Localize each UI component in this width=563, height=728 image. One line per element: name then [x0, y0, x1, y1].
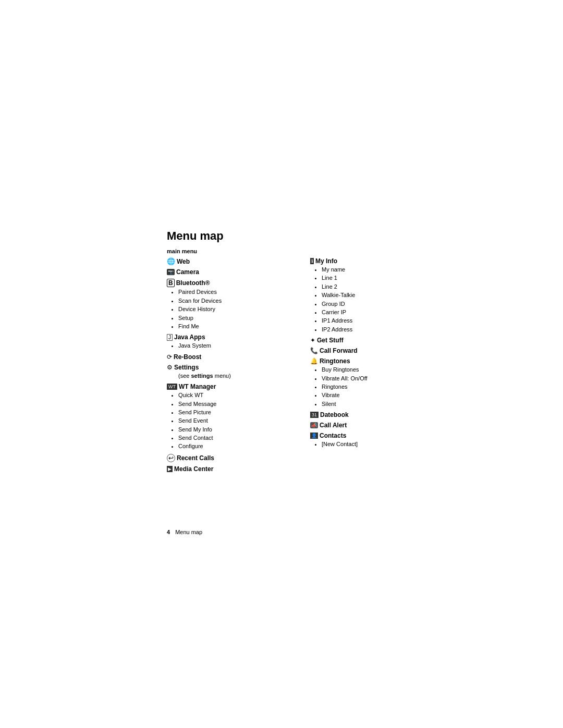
menu-item-settings: ⚙ Settings (see settings menu): [167, 364, 295, 380]
list-item: Line 1: [322, 274, 438, 282]
list-item: Send Picture: [178, 409, 295, 416]
menu-item-media-header: ▶ Media Center: [167, 465, 295, 473]
menu-item-callfwd-header: 📞 Call Forward: [310, 347, 438, 354]
list-item: Java System: [178, 342, 295, 350]
list-item: Configure: [178, 442, 295, 450]
bluetooth-sublist: Paired Devices Scan for Devices Device H…: [178, 288, 295, 330]
recent-calls-icon: ↩: [167, 454, 175, 462]
menu-item-reboost-header: ⟳ Re-Boost: [167, 353, 295, 361]
menu-item-web-header: 🌐 Web: [167, 257, 295, 265]
camera-label: Camera: [176, 268, 199, 276]
bluetooth-icon: B: [167, 279, 175, 287]
recent-calls-label: Recent Calls: [177, 454, 214, 462]
menu-item-myinfo-header: ℹ My Info: [310, 257, 438, 265]
menu-item-reboost: ⟳ Re-Boost: [167, 353, 295, 361]
list-item: Carrier IP: [322, 309, 438, 316]
media-center-label: Media Center: [174, 465, 213, 473]
list-item: Send My Info: [178, 426, 295, 434]
list-item: Group ID: [322, 300, 438, 308]
content-area: Menu map main menu 🌐 Web 📷 Camera: [167, 229, 438, 476]
menu-item-call-alert: 📣 Call Alert: [310, 422, 438, 429]
menu-item-contacts-header: 👤 Contacts: [310, 432, 438, 439]
java-icon: J: [167, 334, 173, 341]
two-column-layout: 🌐 Web 📷 Camera B Bluetooth®: [167, 257, 438, 476]
camera-icon: 📷: [167, 269, 175, 275]
ringtones-label: Ringtones: [320, 357, 350, 365]
my-info-icon: ℹ: [310, 258, 314, 264]
menu-item-settings-header: ⚙ Settings: [167, 364, 295, 371]
media-center-icon: ▶: [167, 466, 173, 472]
list-item: Device History: [178, 305, 295, 313]
call-forward-icon: 📞: [310, 347, 318, 354]
menu-item-ringtones-header: 🔔 Ringtones: [310, 357, 438, 365]
list-item: IP1 Address: [322, 317, 438, 325]
footer-label: Menu map: [175, 529, 202, 535]
list-item: Paired Devices: [178, 288, 295, 296]
section-label: main menu: [167, 248, 438, 254]
list-item: Setup: [178, 314, 295, 322]
menu-item-recent-header: ↩ Recent Calls: [167, 454, 295, 462]
web-label: Web: [177, 258, 190, 265]
menu-item-bluetooth-header: B Bluetooth®: [167, 279, 295, 287]
list-item: Silent: [322, 400, 438, 408]
reboost-label: Re-Boost: [174, 353, 201, 361]
list-item: Line 2: [322, 283, 438, 291]
list-item: Quick WT: [178, 391, 295, 399]
contacts-sublist: [New Contact]: [322, 440, 438, 448]
datebook-label: Datebook: [320, 411, 349, 418]
contacts-icon: 👤: [310, 433, 318, 439]
menu-item-java-header: J Java Apps: [167, 334, 295, 341]
get-stuff-label: Get Stuff: [317, 337, 344, 344]
menu-item-camera: 📷 Camera: [167, 268, 295, 276]
web-icon: 🌐: [167, 257, 175, 265]
ringtones-icon: 🔔: [310, 357, 318, 365]
list-item: Ringtones: [322, 383, 438, 391]
menu-item-web: 🌐 Web: [167, 257, 295, 265]
page-footer: 4 Menu map: [167, 529, 202, 535]
ringtones-sublist: Buy Ringtones Vibrate All: On/Off Ringto…: [322, 366, 438, 408]
menu-item-camera-header: 📷 Camera: [167, 268, 295, 276]
page-title: Menu map: [167, 229, 438, 243]
menu-item-java-apps: J Java Apps Java System: [167, 334, 295, 350]
menu-item-datebook-header: 31 Datebook: [310, 411, 438, 418]
datebook-icon: 31: [310, 412, 319, 418]
list-item: Vibrate: [322, 391, 438, 399]
settings-icon: ⚙: [167, 364, 173, 371]
menu-item-datebook: 31 Datebook: [310, 411, 438, 418]
call-alert-icon: 📣: [310, 422, 318, 428]
settings-label: Settings: [174, 364, 199, 371]
menu-item-bluetooth: B Bluetooth® Paired Devices Scan for Dev…: [167, 279, 295, 330]
list-item: Send Contact: [178, 434, 295, 442]
menu-item-getstuff-header: ✦ Get Stuff: [310, 337, 438, 344]
menu-item-media-center: ▶ Media Center: [167, 465, 295, 473]
java-sublist: Java System: [178, 342, 295, 350]
menu-item-ringtones: 🔔 Ringtones Buy Ringtones Vibrate All: O…: [310, 357, 438, 408]
menu-item-callalert-header: 📣 Call Alert: [310, 422, 438, 429]
menu-item-wt-manager: WT WT Manager Quick WT Send Message Send…: [167, 383, 295, 451]
bluetooth-label: Bluetooth®: [176, 279, 210, 287]
wt-sublist: Quick WT Send Message Send Picture Send …: [178, 391, 295, 451]
list-item: Walkie-Talkie: [322, 291, 438, 299]
menu-item-my-info: ℹ My Info My name Line 1 Line 2 Walkie-T…: [310, 257, 438, 334]
get-stuff-icon: ✦: [310, 337, 315, 344]
java-label: Java Apps: [174, 334, 205, 341]
list-item: Find Me: [178, 323, 295, 330]
list-item: My name: [322, 266, 438, 274]
page: Menu map main menu 🌐 Web 📷 Camera: [0, 0, 563, 728]
menu-item-get-stuff: ✦ Get Stuff: [310, 337, 438, 344]
wt-label: WT Manager: [179, 383, 216, 390]
list-item: IP2 Address: [322, 326, 438, 334]
list-item: [New Contact]: [322, 440, 438, 448]
my-info-label: My Info: [315, 257, 337, 265]
list-item: Send Event: [178, 417, 295, 425]
menu-item-contacts: 👤 Contacts [New Contact]: [310, 432, 438, 448]
menu-item-wt-header: WT WT Manager: [167, 383, 295, 390]
call-forward-label: Call Forward: [320, 347, 358, 354]
call-alert-label: Call Alert: [320, 422, 347, 429]
menu-item-recent-calls: ↩ Recent Calls: [167, 454, 295, 462]
list-item: Scan for Devices: [178, 297, 295, 305]
wt-icon: WT: [167, 384, 177, 390]
settings-subtext: (see settings menu): [178, 372, 295, 380]
right-column: ℹ My Info My name Line 1 Line 2 Walkie-T…: [310, 257, 438, 476]
myinfo-sublist: My name Line 1 Line 2 Walkie-Talkie Grou…: [322, 266, 438, 334]
